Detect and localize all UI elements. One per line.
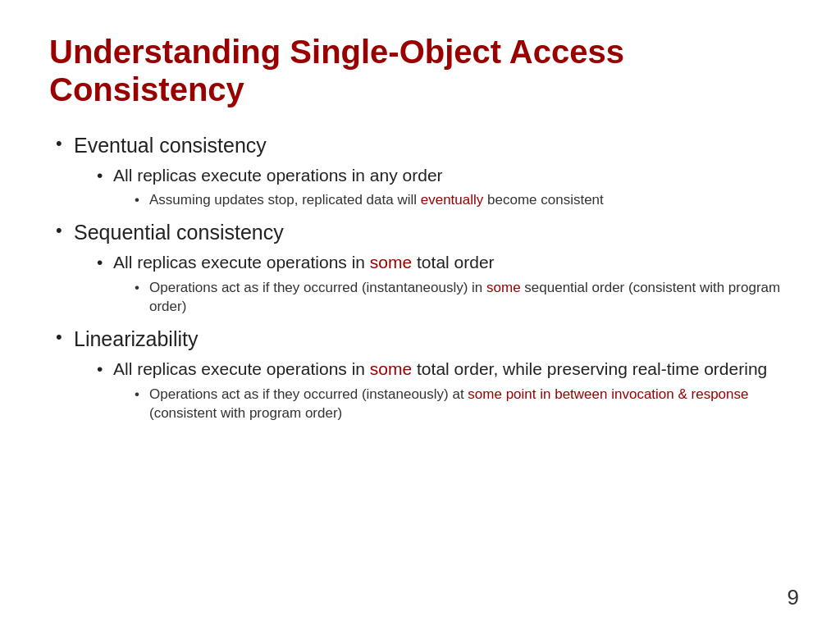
sequential-sub1-sublist: Operations act as if they occurred (inst… [130, 278, 791, 317]
eventual-label: Eventual consistency [74, 134, 267, 157]
eventual-sub1-sub1-text-before: Assuming updates stop, replicated data w… [149, 192, 421, 208]
slide-title: Understanding Single-Object Access Consi… [49, 33, 791, 108]
eventual-sub1-sub1-text-after: become consistent [483, 192, 603, 208]
list-item-linearizability: Linearizability All replicas execute ope… [49, 325, 791, 423]
list-item-linearizability-sub1-sub1: Operations act as if they occurred (inst… [130, 385, 791, 424]
sequential-sub1-text-before: All replicas execute operations in [113, 253, 370, 272]
linearizability-sub1-highlight: some [370, 359, 412, 378]
sequential-sub1-sub1-highlight: some [486, 280, 521, 295]
linearizability-sublist: All replicas execute operations in some … [90, 357, 791, 423]
eventual-sub1-sublist: Assuming updates stop, replicated data w… [130, 190, 791, 210]
sequential-sub1-highlight: some [370, 253, 412, 272]
list-item-linearizability-sub1: All replicas execute operations in some … [90, 357, 791, 423]
eventual-sub1-sub1-highlight: eventually [421, 192, 484, 208]
linearizability-sub1-sub1-highlight: some point in between invocation & respo… [468, 386, 748, 402]
linearizability-sub1-sublist: Operations act as if they occurred (inst… [130, 385, 791, 424]
slide-content: Eventual consistency All replicas execut… [49, 131, 791, 597]
linearizability-sub1-text-after: total order, while preserving real-time … [412, 359, 767, 378]
list-item-eventual-sub1-sub1: Assuming updates stop, replicated data w… [130, 190, 791, 210]
linearizability-label: Linearizability [74, 327, 198, 350]
slide: Understanding Single-Object Access Consi… [0, 0, 840, 630]
eventual-sub1-label: All replicas execute operations in any o… [113, 166, 443, 185]
sequential-label: Sequential consistency [74, 221, 284, 244]
list-item-eventual: Eventual consistency All replicas execut… [49, 131, 791, 210]
sequential-sub1-sub1-text-before: Operations act as if they occurred (inst… [149, 280, 486, 295]
slide-number: 9 [788, 585, 799, 610]
linearizability-sub1-sub1-text-after: (consistent with program order) [149, 405, 342, 421]
list-item-sequential-sub1: All replicas execute operations in some … [90, 250, 791, 317]
list-item-sequential: Sequential consistency All replicas exec… [49, 218, 791, 317]
list-item-eventual-sub1: All replicas execute operations in any o… [90, 163, 791, 210]
eventual-sublist: All replicas execute operations in any o… [90, 163, 791, 210]
linearizability-sub1-text-before: All replicas execute operations in [113, 359, 370, 378]
linearizability-sub1-sub1-text-before: Operations act as if they occurred (inst… [149, 386, 468, 402]
list-item-sequential-sub1-sub1: Operations act as if they occurred (inst… [130, 278, 791, 317]
sequential-sub1-text-after: total order [412, 253, 494, 272]
sequential-sublist: All replicas execute operations in some … [90, 250, 791, 317]
main-list: Eventual consistency All replicas execut… [49, 131, 791, 423]
